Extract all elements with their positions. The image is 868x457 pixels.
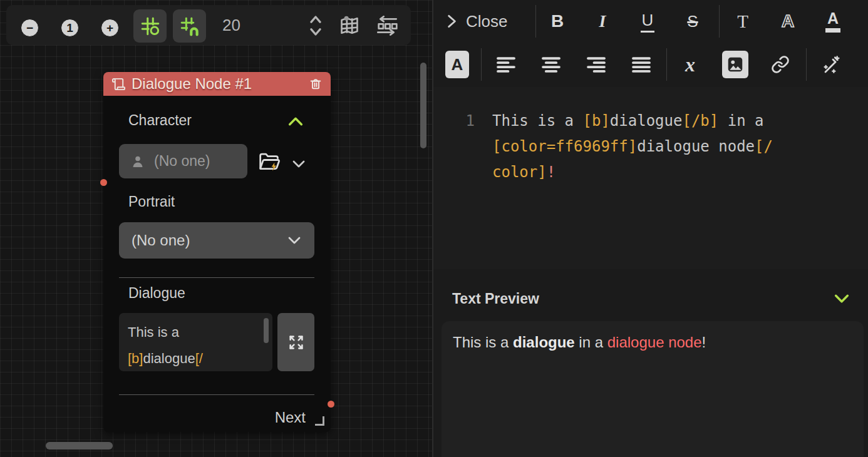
next-slot-label: Next — [275, 409, 306, 426]
underline-icon: U — [641, 11, 655, 33]
line-number: 1 — [452, 108, 475, 134]
link-icon — [771, 55, 790, 74]
align-center-icon — [540, 56, 562, 73]
snap-spinner[interactable] — [307, 13, 324, 38]
snap-magnet-icon — [179, 16, 200, 37]
graph-canvas[interactable]: − 1 + 20 — [0, 0, 432, 457]
person-icon — [130, 153, 145, 170]
italic-button[interactable]: I — [582, 3, 623, 39]
portrait-select[interactable]: (No one) — [119, 222, 314, 259]
node-resize-handle[interactable] — [315, 416, 324, 426]
align-left-icon — [495, 56, 517, 73]
align-center-button[interactable] — [531, 46, 571, 83]
highlight-color-button[interactable]: A — [437, 46, 477, 83]
text-preview-title: Text Preview — [452, 290, 539, 307]
expand-dialogue-button[interactable] — [277, 313, 314, 371]
dialogue-text-line: This is a — [128, 319, 264, 346]
wand-sparkles-icon — [820, 54, 840, 74]
preview-rendered-text: This is a dialogue in a dialogue node! — [453, 334, 852, 351]
italic-icon: I — [599, 11, 606, 31]
dialogue-text-line: [b]dialogue[/ — [128, 346, 264, 371]
dialogue-text-input[interactable]: This is a [b]dialogue[/ — [119, 313, 272, 371]
toolbar-divider — [666, 48, 667, 81]
divider — [119, 394, 314, 395]
graph-toolbar: − 1 + 20 — [6, 5, 411, 45]
snap-distance-value[interactable]: 20 — [222, 5, 240, 45]
dialogue-scrollbar[interactable] — [264, 318, 269, 343]
divider — [119, 277, 314, 278]
preview-collapse-chevron-down-icon[interactable] — [833, 292, 850, 306]
delete-node-button[interactable] — [309, 76, 323, 91]
code-line: color]! — [492, 160, 843, 185]
text-size-icon: T — [737, 11, 748, 32]
input-port[interactable] — [100, 179, 107, 186]
align-justify-icon — [631, 56, 652, 73]
insert-image-button[interactable] — [715, 46, 755, 83]
clear-formatting-button[interactable] — [810, 46, 850, 83]
dialogue-editor-app: − 1 + 20 — [0, 0, 868, 457]
zoom-out-button[interactable]: − — [21, 19, 39, 37]
toolbar-divider — [806, 48, 807, 81]
portrait-value: (No one) — [132, 232, 190, 249]
character-label: Character — [128, 112, 192, 129]
text-size-button[interactable]: T — [723, 3, 763, 39]
align-right-button[interactable] — [576, 46, 616, 83]
load-character-file-button[interactable] — [258, 151, 282, 173]
dialogue-node[interactable]: Dialogue Node #1 Character — [103, 72, 331, 432]
close-editor-button[interactable]: Close — [445, 3, 507, 39]
zoom-in-button[interactable]: + — [101, 19, 119, 37]
image-icon — [722, 51, 748, 78]
font-button[interactable]: A — [768, 3, 808, 39]
bbcode-text[interactable]: This is a [b]dialogue[/b] in a [color=ff… — [492, 108, 843, 185]
grid-toggle-button[interactable] — [133, 9, 167, 43]
canvas-vertical-scrollbar[interactable] — [420, 63, 426, 148]
insert-variable-button[interactable]: x — [670, 46, 710, 83]
portrait-label: Portrait — [128, 193, 175, 210]
bold-button[interactable]: B — [537, 3, 577, 39]
underline-button[interactable]: U — [628, 3, 668, 39]
zoom-reset-button[interactable]: 1 — [61, 19, 79, 37]
output-port-next[interactable] — [328, 401, 334, 408]
font-icon: A — [782, 11, 794, 31]
strikethrough-icon: S — [687, 12, 698, 31]
node-title: Dialogue Node #1 — [132, 75, 309, 93]
toolbar-divider — [719, 5, 720, 38]
variable-icon: x — [685, 53, 695, 76]
align-justify-button[interactable] — [621, 46, 661, 83]
collapse-character-chevron-up-icon[interactable] — [287, 115, 304, 128]
dialogue-node-body: Character (No one) — [103, 96, 331, 432]
character-dropdown-chevron-icon[interactable] — [291, 158, 306, 170]
canvas-horizontal-scrollbar[interactable] — [46, 442, 113, 449]
dialogue-node-header[interactable]: Dialogue Node #1 — [103, 72, 331, 96]
close-label: Close — [466, 12, 507, 31]
portrait-chevron-down-icon — [287, 235, 302, 246]
text-editor-panel: Close B I U S T A A A — [432, 0, 868, 457]
bold-icon: B — [551, 11, 564, 31]
align-left-button[interactable] — [486, 46, 526, 83]
code-line: This is a [b]dialogue[/b] in a — [492, 108, 843, 134]
grid-icon — [140, 16, 161, 37]
text-preview-panel: This is a dialogue in a dialogue node! — [442, 321, 864, 457]
insert-link-button[interactable] — [760, 46, 800, 83]
font-color-icon: A — [825, 11, 840, 33]
dialogue-label: Dialogue — [128, 285, 185, 302]
scroll-icon — [111, 77, 126, 91]
code-line: [color=ff6969ff]dialogue node[/ — [492, 134, 843, 160]
character-select-button[interactable]: (No one) — [119, 144, 247, 178]
bbcode-editor[interactable]: 1 This is a [b]dialogue[/b] in a [color=… — [433, 87, 868, 269]
snap-toggle-button[interactable] — [173, 9, 206, 43]
minimap-toggle-button[interactable] — [338, 14, 361, 37]
arrange-nodes-button[interactable] — [375, 16, 400, 36]
toolbar-divider — [535, 5, 536, 38]
strikethrough-button[interactable]: S — [673, 3, 713, 39]
chevron-right-icon — [445, 13, 458, 29]
highlight-color-icon: A — [445, 51, 469, 78]
align-right-icon — [586, 56, 607, 73]
character-value: (No one) — [154, 153, 210, 170]
font-color-button[interactable]: A — [813, 3, 853, 39]
toolbar-divider — [481, 48, 482, 81]
